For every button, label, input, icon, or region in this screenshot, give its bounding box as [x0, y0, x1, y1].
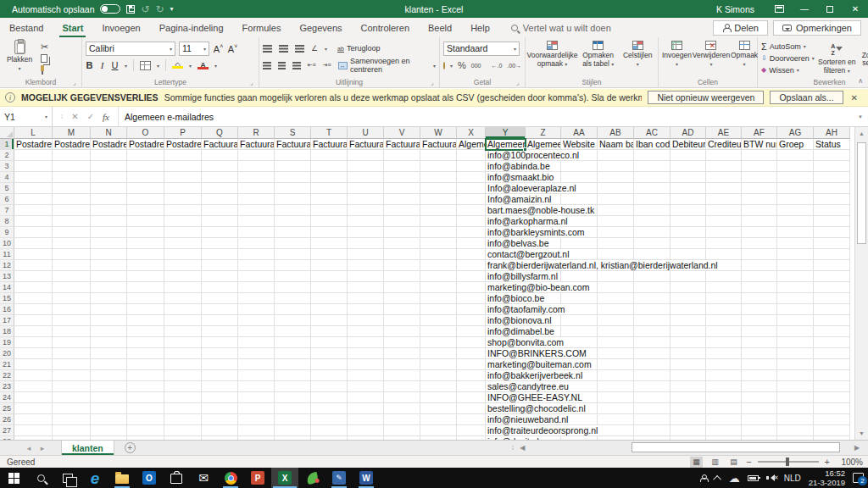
cell-AH16[interactable]: [814, 304, 850, 315]
cell-Q27[interactable]: [202, 425, 238, 436]
cell-R4[interactable]: [238, 172, 275, 183]
grip-dots-icon[interactable]: ⁞: [61, 113, 63, 120]
italic-button[interactable]: I: [99, 60, 105, 70]
row-header-4[interactable]: 4: [0, 172, 14, 183]
cell-AF16[interactable]: [742, 304, 777, 315]
cell-U6[interactable]: [348, 194, 384, 205]
cell-R10[interactable]: [238, 238, 275, 249]
confirm-entry-icon[interactable]: ✓: [87, 112, 94, 121]
cell-M11[interactable]: [53, 249, 91, 260]
cell-S5[interactable]: [275, 183, 311, 194]
cell-AH18[interactable]: [814, 326, 850, 337]
cell-Y3[interactable]: info@abinda.be: [486, 161, 526, 172]
taskbar-button-mail[interactable]: ✉: [190, 468, 217, 488]
cell-R23[interactable]: [238, 381, 275, 392]
insert-function-icon[interactable]: fx: [103, 112, 109, 122]
column-header-R[interactable]: R: [238, 127, 275, 139]
horizontal-scroll-thumb[interactable]: [632, 442, 840, 452]
cell-AB23[interactable]: [598, 381, 634, 392]
cell-AF1[interactable]: BTW numm: [742, 139, 777, 150]
column-header-AF[interactable]: AF: [742, 127, 777, 139]
cell-AG15[interactable]: [777, 293, 814, 304]
cell-N3[interactable]: [91, 161, 127, 172]
cell-M2[interactable]: [53, 150, 91, 161]
cell-T16[interactable]: [311, 304, 348, 315]
paste-button[interactable]: Plakken ▾: [3, 40, 36, 72]
cell-W13[interactable]: [420, 271, 457, 282]
cell-AD27[interactable]: [670, 425, 706, 436]
cell-U17[interactable]: [348, 315, 384, 326]
cell-AF9[interactable]: [742, 227, 777, 238]
taskbar-button-word[interactable]: W: [353, 468, 380, 488]
page-break-view-icon[interactable]: ▤: [727, 457, 740, 468]
row-header-14[interactable]: 14: [0, 282, 14, 293]
cell-U8[interactable]: [348, 216, 384, 227]
cell-Q13[interactable]: [202, 271, 238, 282]
cell-Q25[interactable]: [202, 403, 238, 414]
cell-Q22[interactable]: [202, 370, 238, 381]
cell-R13[interactable]: [238, 271, 275, 282]
cell-AH19[interactable]: [814, 337, 850, 348]
cell-AE20[interactable]: [706, 348, 742, 359]
cell-AH4[interactable]: [814, 172, 850, 183]
cell-V9[interactable]: [384, 227, 420, 238]
cell-N25[interactable]: [91, 403, 127, 414]
cell-AC25[interactable]: [634, 403, 670, 414]
cell-Y23[interactable]: sales@candytree.eu: [486, 381, 526, 392]
cell-AF7[interactable]: [742, 205, 777, 216]
cell-AH5[interactable]: [814, 183, 850, 194]
cell-R16[interactable]: [238, 304, 275, 315]
cell-S9[interactable]: [275, 227, 311, 238]
cell-AD7[interactable]: [670, 205, 706, 216]
cell-U24[interactable]: [348, 392, 384, 403]
cell-AB14[interactable]: [598, 282, 634, 293]
cell-X2[interactable]: [457, 150, 486, 161]
cell-R19[interactable]: [238, 337, 275, 348]
cell-R7[interactable]: [238, 205, 275, 216]
cell-P11[interactable]: [164, 249, 202, 260]
cell-Q23[interactable]: [202, 381, 238, 392]
clock[interactable]: 16:52 21-3-2019: [809, 469, 845, 487]
cell-L8[interactable]: [14, 216, 53, 227]
cell-AH11[interactable]: [814, 249, 850, 260]
cell-T12[interactable]: [311, 260, 348, 271]
row-header-21[interactable]: 21: [0, 359, 14, 370]
cell-R11[interactable]: [238, 249, 275, 260]
cell-O10[interactable]: [127, 238, 164, 249]
font-size-select[interactable]: 11▾: [179, 42, 209, 56]
cell-V5[interactable]: [384, 183, 420, 194]
row-header-1[interactable]: 1: [0, 139, 14, 150]
cell-R6[interactable]: [238, 194, 275, 205]
cell-AG18[interactable]: [777, 326, 814, 337]
cell-AD19[interactable]: [670, 337, 706, 348]
column-header-O[interactable]: O: [127, 127, 164, 139]
cell-X11[interactable]: [457, 249, 486, 260]
page-layout-view-icon[interactable]: ▥: [709, 457, 721, 468]
action-center-icon[interactable]: 2: [853, 473, 864, 483]
cell-AH20[interactable]: [814, 348, 850, 359]
ribbon-tab-help[interactable]: Help: [461, 18, 499, 37]
cell-AF19[interactable]: [742, 337, 777, 348]
cell-AB3[interactable]: [598, 161, 634, 172]
cell-O13[interactable]: [127, 271, 164, 282]
row-header-12[interactable]: 12: [0, 260, 14, 271]
cell-AC19[interactable]: [634, 337, 670, 348]
cell-AH10[interactable]: [814, 238, 850, 249]
zoom-slider[interactable]: [758, 461, 819, 463]
cell-O22[interactable]: [127, 370, 164, 381]
cell-AD5[interactable]: [670, 183, 706, 194]
cell-X21[interactable]: [457, 359, 486, 370]
cell-AB2[interactable]: [598, 150, 634, 161]
cell-AA19[interactable]: [561, 337, 598, 348]
cell-AF20[interactable]: [742, 348, 777, 359]
cell-Y19[interactable]: shop@bonvita.com: [486, 337, 526, 348]
cell-AF8[interactable]: [742, 216, 777, 227]
cell-M18[interactable]: [53, 326, 91, 337]
zoom-slider-thumb[interactable]: [786, 458, 789, 466]
cell-U19[interactable]: [348, 337, 384, 348]
cell-R15[interactable]: [238, 293, 275, 304]
cell-M26[interactable]: [53, 414, 91, 425]
cell-AG19[interactable]: [777, 337, 814, 348]
cell-AE6[interactable]: [706, 194, 742, 205]
format-as-table-button[interactable]: Opmakenals tabel ▾: [579, 41, 617, 76]
